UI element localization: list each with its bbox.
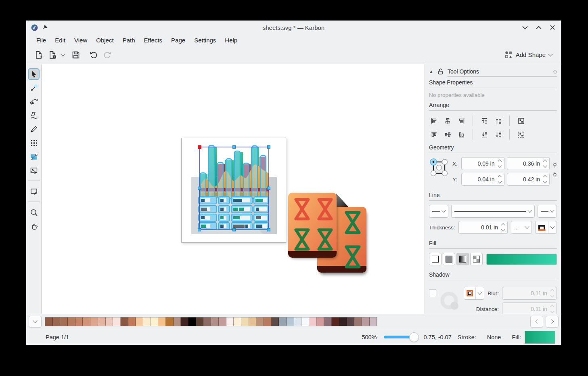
tool-pan[interactable]	[28, 220, 40, 232]
close-icon[interactable]	[549, 24, 556, 31]
maximize-icon[interactable]	[535, 24, 542, 31]
align-top-button[interactable]	[429, 130, 439, 139]
lower-button[interactable]	[493, 130, 503, 139]
palette-swatch[interactable]	[83, 317, 90, 326]
palette-swatch[interactable]	[45, 317, 53, 326]
palette-next-button[interactable]	[546, 316, 559, 328]
line-style-select[interactable]	[451, 205, 535, 218]
width-spinbox[interactable]: 0.36 in	[507, 157, 550, 170]
palette-swatch[interactable]	[136, 317, 143, 326]
tool-pattern[interactable]	[28, 137, 40, 149]
palette-swatch[interactable]	[68, 317, 75, 326]
shadow-checkbox[interactable]	[429, 289, 436, 297]
palette-swatch[interactable]	[113, 317, 121, 326]
menu-help[interactable]: Help	[220, 36, 242, 45]
link-aspect-icon[interactable]	[553, 163, 557, 168]
palette-swatch[interactable]	[332, 317, 339, 326]
align-bottom-button[interactable]	[456, 130, 466, 139]
ungroup-button[interactable]	[516, 130, 526, 139]
fill-gradient-button[interactable]	[456, 253, 469, 265]
palette-swatch[interactable]	[196, 317, 204, 326]
menu-path[interactable]: Path	[118, 36, 140, 45]
lower-to-bottom-button[interactable]	[479, 130, 489, 139]
thickness-spinbox[interactable]: 0.01 in	[458, 221, 508, 234]
zoom-slider-knob[interactable]	[409, 332, 419, 342]
tool-select[interactable]	[28, 68, 40, 80]
palette-swatch[interactable]	[279, 317, 287, 326]
palette-swatch[interactable]	[128, 317, 136, 326]
minimize-icon[interactable]	[521, 24, 529, 31]
palette-swatch[interactable]	[75, 317, 83, 326]
palette-swatch[interactable]	[151, 317, 159, 326]
line-start-marker-select[interactable]	[429, 205, 448, 218]
fill-gradient-bar[interactable]	[486, 254, 557, 265]
palette-swatch[interactable]	[60, 317, 68, 326]
palette-swatch[interactable]	[219, 317, 226, 326]
palette-swatch[interactable]	[287, 317, 294, 326]
redo-button[interactable]	[100, 48, 114, 62]
add-shape-button[interactable]: Add Shape	[502, 49, 555, 60]
y-spinbox[interactable]: 0.04 in	[461, 173, 504, 186]
fill-solid-button[interactable]	[443, 253, 455, 265]
open-recent-chevron[interactable]	[59, 48, 67, 62]
palette-swatch[interactable]	[53, 317, 61, 326]
palette-swatch[interactable]	[90, 317, 98, 326]
palette-swatch[interactable]	[309, 317, 317, 326]
palette-swatch[interactable]	[166, 317, 174, 326]
palette-swatch[interactable]	[203, 317, 211, 326]
menu-object[interactable]: Object	[92, 36, 118, 45]
raise-to-top-button[interactable]	[479, 116, 489, 126]
miter-limit-select[interactable]: ...	[511, 221, 532, 234]
palette-swatch[interactable]	[121, 317, 128, 326]
save-button[interactable]	[69, 48, 83, 62]
align-right-button[interactable]	[456, 116, 466, 126]
line-join-select[interactable]	[535, 221, 557, 234]
menu-effects[interactable]: Effects	[140, 36, 167, 45]
distance-spinbox[interactable]: 0.11 in	[502, 302, 557, 314]
blur-spinbox[interactable]: 0.11 in	[502, 287, 557, 300]
tool-pencil[interactable]	[28, 123, 40, 135]
collapse-icon[interactable]: ▲	[429, 69, 433, 74]
fill-pattern-button[interactable]	[470, 253, 483, 265]
lock-icon[interactable]	[437, 68, 444, 75]
palette-swatch[interactable]	[249, 317, 257, 326]
palette-swatch[interactable]	[317, 317, 324, 326]
zoom-slider[interactable]	[384, 336, 414, 338]
canvas[interactable]	[42, 64, 425, 314]
align-left-button[interactable]	[429, 116, 439, 126]
new-document-button[interactable]	[32, 48, 46, 62]
tool-calligraphy[interactable]	[28, 109, 40, 121]
tool-page-edit[interactable]	[28, 185, 40, 197]
tool-bezier-pen[interactable]	[28, 96, 40, 107]
shadow-angle-selector[interactable]	[439, 291, 460, 314]
palette-swatch[interactable]	[188, 317, 196, 326]
menu-settings[interactable]: Settings	[190, 36, 220, 45]
fill-none-button[interactable]	[429, 253, 442, 265]
palette-swatch[interactable]	[347, 317, 355, 326]
tool-image[interactable]	[28, 164, 40, 176]
align-hcenter-button[interactable]	[443, 116, 452, 126]
menu-edit[interactable]: Edit	[50, 36, 70, 45]
tool-edit-path[interactable]	[28, 82, 40, 94]
palette-swatch[interactable]	[174, 317, 181, 326]
open-document-button[interactable]	[46, 48, 59, 62]
palette-swatch[interactable]	[294, 317, 302, 326]
palette-swatch[interactable]	[354, 317, 362, 326]
palette-swatch[interactable]	[143, 317, 151, 326]
pin-icon[interactable]	[42, 25, 48, 30]
palette-swatch[interactable]	[272, 317, 279, 326]
palette-swatch[interactable]	[264, 317, 272, 326]
height-spinbox[interactable]: 0.42 in	[507, 173, 550, 186]
line-end-marker-select[interactable]	[538, 205, 557, 218]
palette-swatch[interactable]	[106, 317, 113, 326]
palette-swatch[interactable]	[362, 317, 370, 326]
palette-swatch[interactable]	[241, 317, 249, 326]
palette-swatch[interactable]	[370, 317, 377, 326]
palette-swatch[interactable]	[324, 317, 332, 326]
stroke-value[interactable]: None	[487, 334, 501, 340]
tool-zoom[interactable]	[28, 206, 40, 218]
tool-gradient[interactable]	[28, 151, 40, 162]
sheets-artwork[interactable]	[283, 187, 371, 281]
menu-file[interactable]: File	[32, 36, 50, 45]
menu-page[interactable]: Page	[167, 36, 190, 45]
